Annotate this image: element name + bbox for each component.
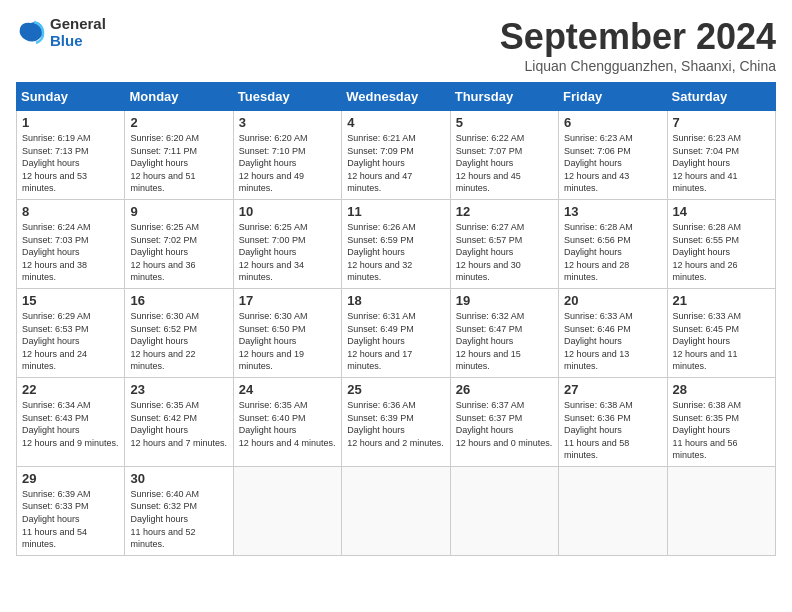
day-number: 5	[456, 115, 553, 130]
calendar-cell: 1Sunrise: 6:19 AMSunset: 7:13 PMDaylight…	[17, 111, 125, 200]
day-number: 27	[564, 382, 661, 397]
day-info: Sunrise: 6:38 AMSunset: 6:36 PMDaylight …	[564, 400, 633, 460]
month-title: September 2024	[500, 16, 776, 58]
day-number: 23	[130, 382, 227, 397]
calendar-cell: 7Sunrise: 6:23 AMSunset: 7:04 PMDaylight…	[667, 111, 775, 200]
day-info: Sunrise: 6:35 AMSunset: 6:42 PMDaylight …	[130, 400, 227, 448]
day-info: Sunrise: 6:20 AMSunset: 7:11 PMDaylight …	[130, 133, 199, 193]
calendar-cell	[667, 466, 775, 555]
logo: General Blue	[16, 16, 106, 49]
calendar-cell: 27Sunrise: 6:38 AMSunset: 6:36 PMDayligh…	[559, 377, 667, 466]
calendar-cell: 28Sunrise: 6:38 AMSunset: 6:35 PMDayligh…	[667, 377, 775, 466]
day-number: 8	[22, 204, 119, 219]
calendar-cell: 10Sunrise: 6:25 AMSunset: 7:00 PMDayligh…	[233, 199, 341, 288]
calendar-cell: 29Sunrise: 6:39 AMSunset: 6:33 PMDayligh…	[17, 466, 125, 555]
day-info: Sunrise: 6:31 AMSunset: 6:49 PMDaylight …	[347, 311, 416, 371]
calendar-cell: 17Sunrise: 6:30 AMSunset: 6:50 PMDayligh…	[233, 288, 341, 377]
calendar-cell	[342, 466, 450, 555]
day-number: 2	[130, 115, 227, 130]
day-info: Sunrise: 6:29 AMSunset: 6:53 PMDaylight …	[22, 311, 91, 371]
calendar-cell: 19Sunrise: 6:32 AMSunset: 6:47 PMDayligh…	[450, 288, 558, 377]
day-number: 13	[564, 204, 661, 219]
calendar-week-row: 29Sunrise: 6:39 AMSunset: 6:33 PMDayligh…	[17, 466, 776, 555]
calendar-cell: 26Sunrise: 6:37 AMSunset: 6:37 PMDayligh…	[450, 377, 558, 466]
weekday-header: Monday	[125, 83, 233, 111]
calendar-cell: 14Sunrise: 6:28 AMSunset: 6:55 PMDayligh…	[667, 199, 775, 288]
calendar-cell: 6Sunrise: 6:23 AMSunset: 7:06 PMDaylight…	[559, 111, 667, 200]
calendar-cell: 15Sunrise: 6:29 AMSunset: 6:53 PMDayligh…	[17, 288, 125, 377]
day-info: Sunrise: 6:25 AMSunset: 7:02 PMDaylight …	[130, 222, 199, 282]
day-info: Sunrise: 6:19 AMSunset: 7:13 PMDaylight …	[22, 133, 91, 193]
calendar-cell: 12Sunrise: 6:27 AMSunset: 6:57 PMDayligh…	[450, 199, 558, 288]
calendar-cell: 16Sunrise: 6:30 AMSunset: 6:52 PMDayligh…	[125, 288, 233, 377]
calendar-cell: 8Sunrise: 6:24 AMSunset: 7:03 PMDaylight…	[17, 199, 125, 288]
calendar-cell: 4Sunrise: 6:21 AMSunset: 7:09 PMDaylight…	[342, 111, 450, 200]
calendar-cell	[450, 466, 558, 555]
day-info: Sunrise: 6:30 AMSunset: 6:50 PMDaylight …	[239, 311, 308, 371]
weekday-header: Thursday	[450, 83, 558, 111]
day-info: Sunrise: 6:28 AMSunset: 6:56 PMDaylight …	[564, 222, 633, 282]
day-number: 15	[22, 293, 119, 308]
day-info: Sunrise: 6:37 AMSunset: 6:37 PMDaylight …	[456, 400, 553, 448]
day-info: Sunrise: 6:28 AMSunset: 6:55 PMDaylight …	[673, 222, 742, 282]
day-number: 22	[22, 382, 119, 397]
day-info: Sunrise: 6:23 AMSunset: 7:06 PMDaylight …	[564, 133, 633, 193]
day-number: 17	[239, 293, 336, 308]
day-number: 19	[456, 293, 553, 308]
day-info: Sunrise: 6:32 AMSunset: 6:47 PMDaylight …	[456, 311, 525, 371]
calendar-cell: 3Sunrise: 6:20 AMSunset: 7:10 PMDaylight…	[233, 111, 341, 200]
day-info: Sunrise: 6:25 AMSunset: 7:00 PMDaylight …	[239, 222, 308, 282]
calendar-cell: 30Sunrise: 6:40 AMSunset: 6:32 PMDayligh…	[125, 466, 233, 555]
calendar: SundayMondayTuesdayWednesdayThursdayFrid…	[16, 82, 776, 556]
day-number: 28	[673, 382, 770, 397]
day-info: Sunrise: 6:21 AMSunset: 7:09 PMDaylight …	[347, 133, 416, 193]
day-info: Sunrise: 6:36 AMSunset: 6:39 PMDaylight …	[347, 400, 444, 448]
day-number: 6	[564, 115, 661, 130]
day-info: Sunrise: 6:40 AMSunset: 6:32 PMDaylight …	[130, 489, 199, 549]
calendar-cell: 25Sunrise: 6:36 AMSunset: 6:39 PMDayligh…	[342, 377, 450, 466]
logo-icon	[16, 18, 46, 48]
calendar-cell: 5Sunrise: 6:22 AMSunset: 7:07 PMDaylight…	[450, 111, 558, 200]
day-number: 29	[22, 471, 119, 486]
day-number: 30	[130, 471, 227, 486]
logo-general: General	[50, 16, 106, 33]
day-info: Sunrise: 6:35 AMSunset: 6:40 PMDaylight …	[239, 400, 336, 448]
day-number: 3	[239, 115, 336, 130]
calendar-cell: 23Sunrise: 6:35 AMSunset: 6:42 PMDayligh…	[125, 377, 233, 466]
day-info: Sunrise: 6:22 AMSunset: 7:07 PMDaylight …	[456, 133, 525, 193]
weekday-header: Sunday	[17, 83, 125, 111]
calendar-week-row: 1Sunrise: 6:19 AMSunset: 7:13 PMDaylight…	[17, 111, 776, 200]
calendar-cell: 20Sunrise: 6:33 AMSunset: 6:46 PMDayligh…	[559, 288, 667, 377]
calendar-cell: 13Sunrise: 6:28 AMSunset: 6:56 PMDayligh…	[559, 199, 667, 288]
calendar-cell: 22Sunrise: 6:34 AMSunset: 6:43 PMDayligh…	[17, 377, 125, 466]
weekday-header: Wednesday	[342, 83, 450, 111]
day-number: 14	[673, 204, 770, 219]
title-area: September 2024 Liquan Chengguanzhen, Sha…	[500, 16, 776, 74]
day-number: 12	[456, 204, 553, 219]
day-info: Sunrise: 6:39 AMSunset: 6:33 PMDaylight …	[22, 489, 91, 549]
weekday-header: Friday	[559, 83, 667, 111]
day-number: 16	[130, 293, 227, 308]
day-number: 25	[347, 382, 444, 397]
calendar-cell: 11Sunrise: 6:26 AMSunset: 6:59 PMDayligh…	[342, 199, 450, 288]
day-number: 4	[347, 115, 444, 130]
logo-text: General Blue	[50, 16, 106, 49]
calendar-cell: 9Sunrise: 6:25 AMSunset: 7:02 PMDaylight…	[125, 199, 233, 288]
header: General Blue September 2024 Liquan Cheng…	[16, 16, 776, 74]
calendar-week-row: 15Sunrise: 6:29 AMSunset: 6:53 PMDayligh…	[17, 288, 776, 377]
day-info: Sunrise: 6:26 AMSunset: 6:59 PMDaylight …	[347, 222, 416, 282]
calendar-cell	[559, 466, 667, 555]
day-info: Sunrise: 6:20 AMSunset: 7:10 PMDaylight …	[239, 133, 308, 193]
day-number: 18	[347, 293, 444, 308]
weekday-header: Tuesday	[233, 83, 341, 111]
day-info: Sunrise: 6:23 AMSunset: 7:04 PMDaylight …	[673, 133, 742, 193]
day-info: Sunrise: 6:30 AMSunset: 6:52 PMDaylight …	[130, 311, 199, 371]
day-info: Sunrise: 6:33 AMSunset: 6:45 PMDaylight …	[673, 311, 742, 371]
weekday-header-row: SundayMondayTuesdayWednesdayThursdayFrid…	[17, 83, 776, 111]
calendar-week-row: 8Sunrise: 6:24 AMSunset: 7:03 PMDaylight…	[17, 199, 776, 288]
calendar-week-row: 22Sunrise: 6:34 AMSunset: 6:43 PMDayligh…	[17, 377, 776, 466]
day-info: Sunrise: 6:24 AMSunset: 7:03 PMDaylight …	[22, 222, 91, 282]
day-number: 24	[239, 382, 336, 397]
day-number: 26	[456, 382, 553, 397]
weekday-header: Saturday	[667, 83, 775, 111]
